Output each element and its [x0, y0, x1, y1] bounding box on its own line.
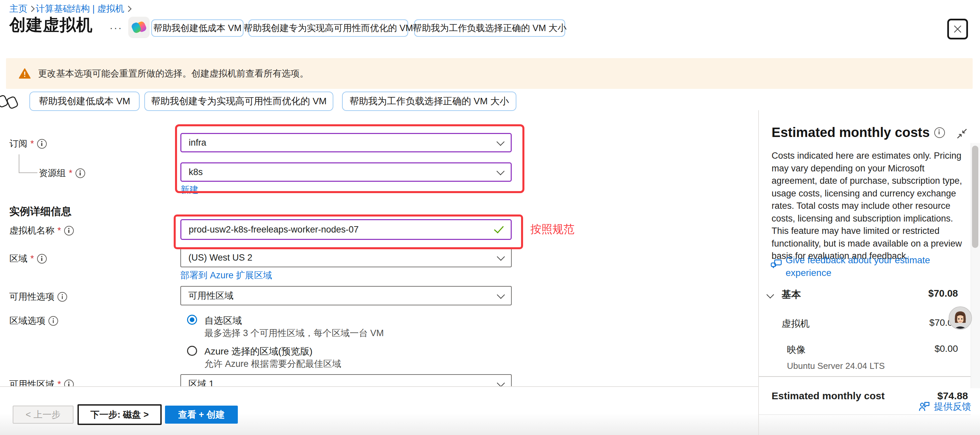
- footer-divider: [0, 386, 758, 387]
- close-button[interactable]: [947, 19, 968, 40]
- zone-options-label: 区域选项: [10, 315, 58, 327]
- chevron-right-icon: [125, 6, 131, 12]
- cost-item-amount: $70.08: [869, 317, 958, 328]
- info-icon[interactable]: [37, 139, 47, 149]
- cost-group-name[interactable]: 基本: [781, 288, 801, 301]
- availability-options-label: 可用性选项: [10, 291, 67, 303]
- warning-text: 更改基本选项可能会重置所做的选择。创建虚拟机前查看所有选项。: [38, 67, 309, 80]
- avatar[interactable]: [948, 306, 972, 331]
- scrollbar-thumb[interactable]: [972, 146, 978, 248]
- info-icon[interactable]: [48, 316, 58, 326]
- costs-panel-title: Estimated monthly costs: [772, 125, 945, 140]
- chevron-down-icon: [496, 167, 504, 175]
- assist-right-size-button[interactable]: 帮助我为工作负载选择正确的 VM 大小: [414, 19, 565, 37]
- valid-check-icon: [494, 223, 504, 233]
- subscription-dropdown[interactable]: infra: [180, 133, 512, 152]
- total-label: Estimated monthly cost: [772, 390, 885, 402]
- info-icon[interactable]: [37, 254, 47, 264]
- costs-disclaimer: Costs indicated here are estimates only.…: [772, 150, 965, 263]
- vm-name-input[interactable]: [189, 225, 494, 235]
- tree-connector: [19, 155, 19, 173]
- region-dropdown[interactable]: (US) West US 2: [180, 248, 512, 267]
- tree-connector: [19, 172, 37, 173]
- breadcrumb-home-link[interactable]: 主页: [10, 3, 27, 15]
- chevron-down-icon: [496, 138, 504, 146]
- chevron-down-icon: [497, 291, 505, 299]
- cost-group-amount: $70.08: [869, 288, 958, 299]
- info-icon[interactable]: [75, 168, 85, 178]
- radio-self-selected-zones[interactable]: [187, 315, 197, 325]
- radio-azure-selected-zones[interactable]: [187, 346, 197, 356]
- page-title: 创建虚拟机: [10, 14, 93, 36]
- chevron-down-icon: [497, 253, 505, 261]
- cost-item-name: 映像: [787, 343, 806, 356]
- collapse-panel-icon[interactable]: [956, 127, 968, 140]
- copilot-icon: [132, 21, 146, 34]
- radio-azure-selected-zones-desc: 允许 Azure 根据需要分配最佳区域: [204, 358, 341, 370]
- previous-button[interactable]: < 上一步: [13, 406, 73, 424]
- cost-item-detail: Ubuntu Server 24.04 LTS: [787, 361, 885, 371]
- cost-item-amount: $0.00: [869, 343, 958, 354]
- warning-icon: [19, 68, 31, 79]
- resource-group-dropdown[interactable]: k8s: [180, 163, 512, 182]
- assist-low-cost-button[interactable]: 帮助我创建低成本 VM: [151, 19, 243, 37]
- radio-self-selected-zones-desc: 最多选择 3 个可用性区域，每个区域一台 VM: [204, 327, 384, 339]
- radio-azure-selected-zones-label[interactable]: Azure 选择的区域(预览版): [204, 345, 313, 358]
- info-icon[interactable]: [64, 226, 74, 236]
- total-amount: $74.88: [869, 390, 968, 402]
- panel-hr: [759, 414, 970, 415]
- create-new-resource-group-link[interactable]: 新建: [180, 184, 199, 196]
- assist-right-size-button-2[interactable]: 帮助我为工作负载选择正确的 VM 大小: [342, 92, 516, 111]
- radio-self-selected-zones-label[interactable]: 自选区域: [204, 314, 242, 327]
- instance-details-heading: 实例详细信息: [10, 204, 72, 218]
- breadcrumb: 主页 计算基础结构 | 虚拟机: [10, 3, 133, 14]
- annotation-text: 按照规范: [530, 222, 574, 237]
- resource-group-label: 资源组 *: [39, 167, 85, 179]
- review-create-button[interactable]: 查看 + 创建: [165, 406, 238, 424]
- availability-options-dropdown[interactable]: 可用性区域: [180, 286, 512, 305]
- panel-hr: [759, 376, 970, 377]
- subscription-label: 订阅 *: [10, 138, 47, 150]
- chevron-right-icon: [29, 6, 34, 12]
- chevron-down-icon[interactable]: [767, 291, 774, 299]
- assist-low-cost-button-2[interactable]: 帮助我创建低成本 VM: [29, 92, 140, 111]
- vm-name-label: 虚拟机名称 *: [10, 225, 74, 237]
- close-icon: [953, 24, 963, 34]
- chevron-down-icon: [497, 379, 505, 387]
- region-label: 区域 *: [10, 253, 47, 265]
- assist-high-availability-button-2[interactable]: 帮助我创建专为实现高可用性而优化的 VM: [144, 92, 333, 111]
- warning-banner: 更改基本选项可能会重置所做的选择。创建虚拟机前查看所有选项。: [6, 58, 973, 89]
- more-options-button[interactable]: ···: [110, 22, 123, 33]
- info-icon[interactable]: [934, 127, 945, 138]
- estimated-costs-panel: Estimated monthly costs Costs indicated …: [758, 110, 980, 435]
- vm-name-field: [180, 219, 512, 240]
- cost-item-name: 虚拟机: [781, 317, 810, 330]
- breadcrumb-section-link[interactable]: 计算基础结构 | 虚拟机: [36, 3, 124, 15]
- next-disks-button[interactable]: 下一步: 磁盘 >: [78, 404, 162, 425]
- edge-zone-link[interactable]: 部署到 Azure 扩展区域: [180, 269, 272, 281]
- assist-high-availability-button[interactable]: 帮助我创建专为实现高可用性而优化的 VM: [248, 19, 408, 37]
- info-icon[interactable]: [57, 292, 67, 302]
- feedback-bubbles-icon: [770, 258, 783, 271]
- copilot-button[interactable]: [128, 17, 150, 38]
- estimate-feedback-link[interactable]: Give feedback about your estimate experi…: [786, 254, 968, 279]
